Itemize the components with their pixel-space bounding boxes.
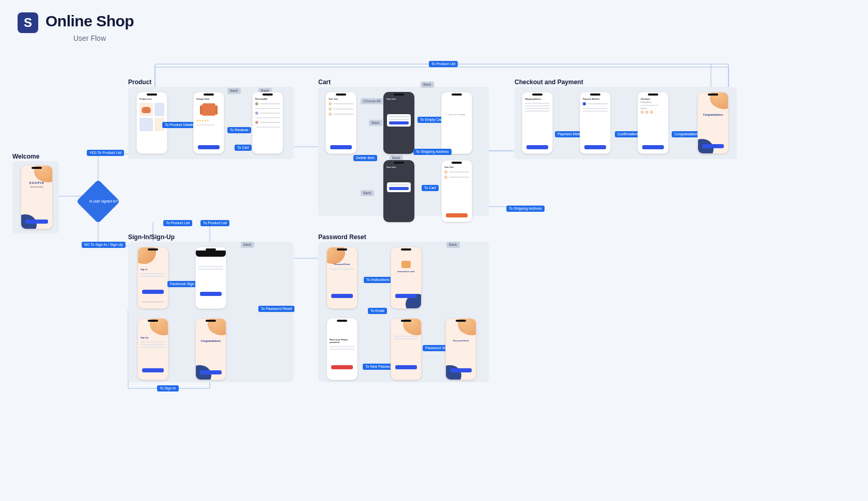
page-title: Online Shop xyxy=(45,12,134,30)
edge-to-shipping-2: To Shipping Address xyxy=(506,206,545,212)
screen-welcome[interactable]: SHOPIN Amazing shopping xyxy=(21,165,53,229)
edge-to-product-list-top: To Product List xyxy=(429,61,458,67)
screen-cart-single[interactable]: Your Cart xyxy=(441,160,472,222)
screen-product-detail[interactable]: Orange Chair ★★★★★ xyxy=(193,92,224,154)
screen-checkout[interactable]: Checkout Shipping Adress Payment xyxy=(638,92,669,154)
edge-to-password-reset: To Password Reset xyxy=(258,306,295,312)
edge-delete-item: Delete Item xyxy=(353,155,377,161)
edge-to-shipping-1: To Shipping Address xyxy=(413,149,452,155)
edge-to-instructions: To Instructions xyxy=(364,277,392,283)
edge-yes: YES To Product List xyxy=(87,150,124,156)
edge-back-cart-top: Back xyxy=(421,82,434,88)
screen-shipping[interactable]: Shipping Adress xyxy=(522,92,553,154)
edge-back-cart: Back xyxy=(369,120,382,126)
screen-cart[interactable]: Your Cart xyxy=(326,92,357,154)
section-label-cart: Cart xyxy=(318,79,331,86)
screen-reviews[interactable]: Reviews(45) xyxy=(252,92,283,154)
edge-back-cart-3: Back xyxy=(361,190,374,196)
screen-instructions-sent[interactable]: Instructions sent! xyxy=(391,247,422,309)
edge-back-signin: Back xyxy=(241,242,254,248)
screen-cart-modal-choose[interactable]: Your Cart xyxy=(383,92,414,154)
screen-cart-empty[interactable]: Your cart is empty xyxy=(441,92,472,154)
decision-signed-in[interactable]: Is user signed in? xyxy=(76,180,120,224)
header: S Online Shop xyxy=(18,12,134,33)
edge-to-cart-2: To Cart xyxy=(422,185,439,191)
edge-back-1: Back xyxy=(227,88,241,94)
screen-reset-form[interactable]: Reset your Shopin password xyxy=(327,318,358,380)
edge-to-product-list-a: To Product List xyxy=(163,220,192,226)
section-label-password: Password Reset xyxy=(318,233,366,241)
screen-payment[interactable]: Payment Method xyxy=(580,92,611,154)
screen-signin[interactable]: Sign In xyxy=(137,247,168,309)
edge-back-pwd: Back xyxy=(446,242,460,248)
logo: S xyxy=(18,12,38,33)
screen-pwd-reset[interactable]: Password Reset xyxy=(327,247,358,309)
section-label-checkout: Checkout and Payment xyxy=(515,79,583,86)
screen-congrats-auth[interactable]: Congratulations xyxy=(195,318,226,380)
page-subtitle: User Flow xyxy=(73,34,106,42)
edge-to-cart-1: To Cart xyxy=(235,145,252,151)
screen-password-sent[interactable]: Password Send xyxy=(445,318,476,380)
section-label-welcome: Welcome xyxy=(12,153,39,160)
screen-facebook[interactable] xyxy=(195,247,226,309)
screen-congrats[interactable]: Congratulations xyxy=(698,92,729,154)
edge-to-signin: To Sign-In xyxy=(157,385,179,392)
section-label-signin: Sign-In/Sign-Up xyxy=(128,233,175,241)
edge-to-product-list-b: To Product List xyxy=(200,220,229,226)
screen-cart-modal-delete[interactable]: Your Cart xyxy=(383,160,414,222)
screen-signup[interactable]: Sign-Up xyxy=(137,318,168,380)
edge-no: NO To Sign-In / Sign-Up xyxy=(82,242,126,248)
screen-new-password[interactable] xyxy=(391,318,422,380)
edge-to-email: To Email xyxy=(368,308,387,314)
edge-confirmation: Confirmation xyxy=(615,131,641,137)
edge-to-reviews: To Reviews xyxy=(227,127,251,133)
edge-choose-all: Choose All xyxy=(361,98,383,104)
section-label-product: Product xyxy=(128,79,151,86)
edge-to-product-details: To Product Details xyxy=(162,122,197,128)
